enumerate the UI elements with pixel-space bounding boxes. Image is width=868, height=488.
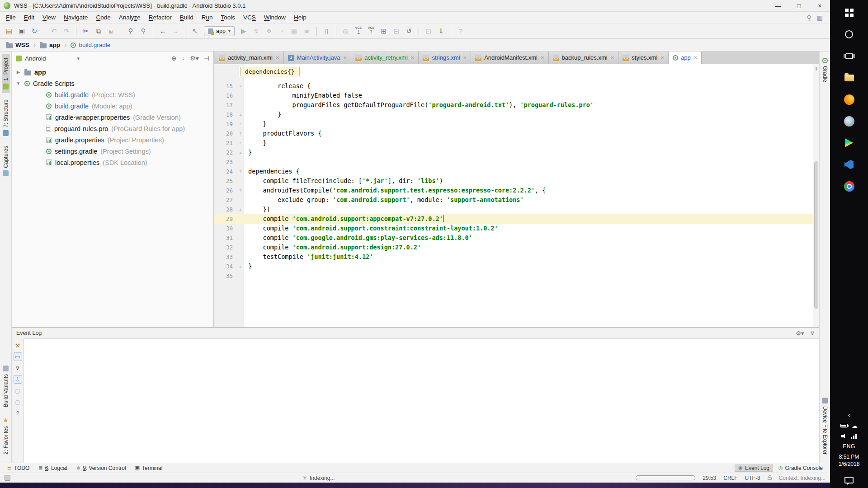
editor-tab-activity-retry-xml[interactable]: <>activity_retry.xml× xyxy=(351,52,419,64)
menu-vcs[interactable]: VCS xyxy=(239,13,260,22)
profile-icon[interactable]: ◔ xyxy=(277,26,287,37)
vcs-update-icon[interactable]: VCS⇣ xyxy=(354,26,363,37)
forward-icon[interactable]: → xyxy=(170,26,180,37)
editor-tab-mainactivity-java[interactable]: JMainActivity.java× xyxy=(284,52,351,64)
code-line-33[interactable]: 33 testCompile 'junit:junit:4.12' xyxy=(214,252,813,262)
replace-icon[interactable]: ⚲ xyxy=(138,26,148,37)
view-settings-icon[interactable]: ⚙▾ xyxy=(190,55,199,62)
code-line-22[interactable]: 22▵} xyxy=(214,148,813,157)
scroll-to-end-icon[interactable]: ⇩ xyxy=(14,375,22,384)
stop-icon[interactable]: ■ xyxy=(302,26,312,37)
close-icon[interactable]: × xyxy=(411,54,415,61)
fold-marker-icon[interactable]: ▵ xyxy=(237,262,244,271)
editor-scrollbar[interactable] xyxy=(813,64,819,327)
debug-icon[interactable]: ❖ xyxy=(264,26,274,37)
tool-window-button-terminal[interactable]: ▣Terminal xyxy=(132,465,166,472)
tool-tab-1-project[interactable]: 1: Project xyxy=(2,54,10,93)
menu-refactor[interactable]: Refactor xyxy=(145,13,176,22)
tool-tab-gradle[interactable]: Gradle xyxy=(821,54,829,86)
tree-item-build-gradle-module-app[interactable]: build.gradle (Module: app) xyxy=(12,100,213,112)
tree-item-local-properties-sdk-location[interactable]: local.properties (SDK Location) xyxy=(12,157,213,168)
tool-window-toggle-icon[interactable] xyxy=(5,475,10,481)
tree-item-build-gradle-project-wss[interactable]: build.gradle (Project: WSS) xyxy=(12,89,213,100)
close-icon[interactable]: × xyxy=(276,54,279,61)
tool-tab-2-favorites[interactable]: ★2: Favorites xyxy=(2,413,10,458)
menu-navigate[interactable]: Navigate xyxy=(60,13,92,22)
menu-view[interactable]: View xyxy=(38,13,60,22)
sync-gradle-icon[interactable]: ◎ xyxy=(341,26,351,37)
close-icon[interactable]: × xyxy=(694,54,698,61)
task-view-icon[interactable] xyxy=(838,47,860,65)
close-icon[interactable]: × xyxy=(611,54,614,61)
fold-marker-icon[interactable]: ▵ xyxy=(237,138,244,148)
line-separator[interactable]: CRLF xyxy=(723,475,737,481)
editor-tab-styles-xml[interactable]: <>styles.xml× xyxy=(618,52,669,64)
action-center-icon[interactable] xyxy=(844,477,854,483)
code-line-23[interactable]: 23 xyxy=(214,157,813,167)
tool-tab-7-structure[interactable]: 7: Structure xyxy=(2,96,10,140)
editor-tab-app[interactable]: app× xyxy=(669,52,702,64)
code-line-31[interactable]: 31 compile 'com.google.android.gms:play-… xyxy=(214,233,813,243)
menu-edit[interactable]: Edit xyxy=(20,13,38,22)
code-line-15[interactable]: 15▿ release { xyxy=(214,81,813,91)
language-indicator[interactable]: ENG xyxy=(843,443,855,450)
caret-position[interactable]: 29:53 xyxy=(703,475,716,481)
tool-window-switcher-icon[interactable]: ▥ xyxy=(817,14,823,21)
tool-window-button-todo[interactable]: ☰TODO xyxy=(4,465,33,472)
chevron-down-icon[interactable]: ▾ xyxy=(77,56,80,61)
project-structure-icon[interactable]: ⊞ xyxy=(379,26,389,37)
fold-marker-icon[interactable]: ▿ xyxy=(237,186,244,195)
code-line-16[interactable]: 16 minifyEnabled false xyxy=(214,91,813,100)
event-log-content[interactable] xyxy=(24,338,819,463)
copy-icon[interactable]: ⧉ xyxy=(94,26,104,37)
tool-window-button-9-version-control[interactable]: ⋔9: Version Control xyxy=(73,465,130,472)
menu-window[interactable]: Window xyxy=(260,13,290,22)
file-encoding[interactable]: UTF-8 xyxy=(745,475,760,481)
code-line-30[interactable]: 30 compile 'com.android.support.constrai… xyxy=(214,224,813,233)
tool-window-button-gradle-console[interactable]: ◎Gradle Console xyxy=(775,465,826,472)
fold-marker-icon[interactable]: ▵ xyxy=(237,148,244,157)
project-view-selector[interactable]: Android xyxy=(25,55,46,62)
tool-tab-captures[interactable]: Captures xyxy=(2,142,10,180)
close-icon[interactable]: × xyxy=(660,54,664,61)
code-line-27[interactable]: 27 exclude group: 'com.android.support',… xyxy=(214,195,813,205)
run-configuration-select[interactable]: app▾ xyxy=(204,26,235,36)
eventlog-settings-icon[interactable]: ⚒ xyxy=(14,341,22,350)
tool-tab-device-file-explorer[interactable]: Device File Explorer xyxy=(821,394,829,458)
code-line-25[interactable]: 25 compile fileTree(include: ['*.jar'], … xyxy=(214,176,813,186)
attach-debugger-icon[interactable]: ⊡ xyxy=(424,26,434,37)
hide-icon[interactable]: ⊽ xyxy=(810,330,815,337)
menu-help[interactable]: Help xyxy=(290,13,311,22)
fold-marker-icon[interactable]: ▿ xyxy=(237,81,244,91)
onedrive-cloud-icon[interactable]: ☁ xyxy=(852,423,858,429)
cortana-icon[interactable] xyxy=(838,25,860,43)
menu-file[interactable]: File xyxy=(2,13,20,22)
maximize-button[interactable]: □ xyxy=(788,0,809,11)
editor-tab-activity-main-xml[interactable]: <>activity_main.xml× xyxy=(215,52,284,64)
menu-analyze[interactable]: Analyze xyxy=(115,13,145,22)
chevron-right-icon[interactable]: ▶ xyxy=(15,70,21,75)
taskbar-clock[interactable]: 8:51 PM 1/6/2018 xyxy=(839,454,860,467)
chrome-icon[interactable] xyxy=(838,177,860,195)
save-icon[interactable]: ▣ xyxy=(17,26,27,37)
expand-icon[interactable]: ▢ xyxy=(14,398,22,406)
tree-item-gradle-scripts[interactable]: ▼Gradle Scripts xyxy=(12,78,213,89)
scrollbar-thumb[interactable] xyxy=(814,161,818,309)
play-store-icon[interactable] xyxy=(838,134,860,152)
filter-icon[interactable]: ⊽ xyxy=(14,364,22,372)
editor-tab-androidmanifest-xml[interactable]: <>AndroidManifest.xml× xyxy=(471,52,548,64)
tree-item-proguard-rules-pro-proguard-rules-for-app[interactable]: proguard-rules.pro (ProGuard Rules for a… xyxy=(12,123,213,134)
collapse-all-icon[interactable]: ÷ xyxy=(182,55,185,62)
tree-item-settings-gradle-project-settings[interactable]: settings.gradle (Project Settings) xyxy=(12,145,213,157)
battery-icon[interactable] xyxy=(840,424,848,427)
close-button[interactable]: × xyxy=(809,0,830,11)
tool-window-button-6-logcat[interactable]: ≣6: Logcat xyxy=(35,465,71,472)
fold-marker-icon[interactable]: ▵ xyxy=(237,205,244,214)
lock-icon[interactable] xyxy=(768,477,772,480)
redo-icon[interactable]: ↷ xyxy=(61,26,71,37)
fold-marker-icon[interactable]: ▵ xyxy=(237,119,244,129)
breadcrumb-item-build-gradle[interactable]: build.gradle xyxy=(69,42,112,48)
breadcrumb-item-wss[interactable]: WSS xyxy=(5,42,31,48)
close-icon[interactable]: × xyxy=(541,54,544,61)
fold-marker-icon[interactable]: ▿ xyxy=(237,167,244,176)
